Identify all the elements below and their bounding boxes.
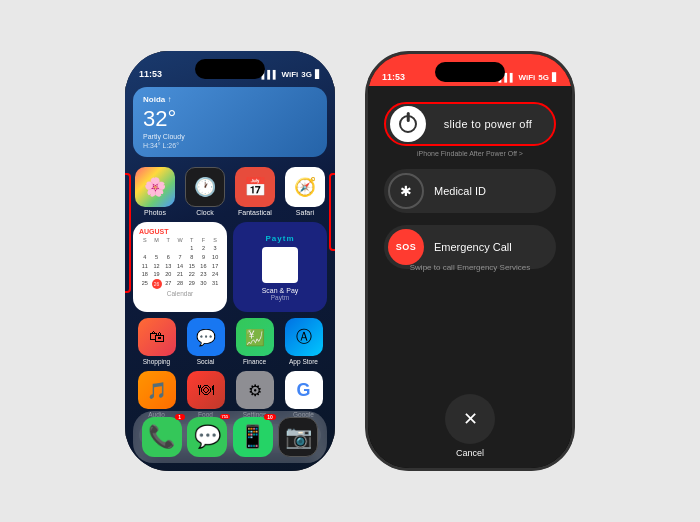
google-icon: G — [285, 371, 323, 409]
dynamic-island2 — [435, 62, 505, 82]
appstore-app[interactable]: Ⓐ App Store — [282, 318, 325, 365]
swipe-hint: Swipe to call Emergency Services — [384, 263, 556, 272]
poweroff-content: slide to power off iPhone Findable After… — [368, 86, 572, 468]
messages-badge: 755 — [220, 414, 231, 419]
appstore-label: App Store — [282, 358, 325, 365]
calendar-month: AUGUST — [139, 228, 221, 235]
safari-label: Safari — [283, 209, 327, 216]
finance-icon: 💹 — [236, 318, 274, 356]
whatsapp-dock-icon: 📱 — [239, 424, 266, 450]
messages-dock-icon: 💬 — [194, 424, 221, 450]
photos-label: Photos — [133, 209, 177, 216]
paytm-label: Paytm — [271, 294, 289, 301]
weather-widget[interactable]: Noida ↑ 32° Partly Cloudy H:34° L:26° — [133, 87, 327, 157]
fantastical-label: Fantastical — [233, 209, 277, 216]
sos-container: SOS Emergency Call Swipe to call Emergen… — [384, 225, 556, 272]
settings-icon: ⚙ — [236, 371, 274, 409]
shopping-label: Shopping — [135, 358, 178, 365]
battery-icon2: ▋ — [552, 73, 558, 82]
cancel-container: ✕ Cancel — [445, 390, 495, 458]
fantastical-app[interactable]: 📅 Fantastical — [233, 167, 277, 216]
phone1-homescreen: 11:53 ▌▌▌ WiFi 3G ▋ Noida ↑ 32° Partly C… — [125, 51, 335, 471]
widgets-area: Noida ↑ 32° Partly Cloudy H:34° L:26° 🌸 … — [133, 87, 327, 452]
shopping-icon: 🛍 — [138, 318, 176, 356]
calendar-body: 123 45678910 11121314151617 181920212223… — [139, 244, 221, 289]
medical-label: Medical ID — [434, 185, 486, 197]
photos-app[interactable]: 🌸 Photos — [133, 167, 177, 216]
power-slider[interactable]: slide to power off — [384, 102, 556, 146]
messages-dock-app[interactable]: 💬 755 — [187, 417, 227, 457]
findable-text: iPhone Findable After Power Off > — [417, 150, 523, 157]
paytm-widget[interactable]: Paytm ⊞ Scan & Pay Paytm — [233, 222, 327, 312]
wifi-icon2: WiFi — [519, 73, 536, 82]
paytm-brand: Paytm — [265, 234, 294, 243]
clock-icon: 🕐 — [185, 167, 225, 207]
dock: 📞 1 💬 755 📱 10 📷 — [133, 411, 327, 463]
power-slider-container: slide to power off — [384, 102, 556, 146]
social-icon: 💬 — [187, 318, 225, 356]
phone-badge: 1 — [175, 414, 185, 420]
top-apps-row: Noida ↑ 32° Partly Cloudy H:34° L:26° — [133, 87, 327, 163]
clock-app[interactable]: 🕐 Clock — [183, 167, 227, 216]
calendar-header: SMTWTFS — [139, 237, 221, 243]
cancel-button[interactable]: ✕ — [445, 394, 495, 444]
camera-dock-app[interactable]: 📷 — [278, 417, 318, 457]
medical-id-slider[interactable]: ✱ Medical ID — [384, 169, 556, 213]
finance-label: Finance — [233, 358, 276, 365]
medical-symbol: ✱ — [400, 183, 412, 199]
shopping-app[interactable]: 🛍 Shopping — [135, 318, 178, 365]
battery-icon: ▋ — [315, 70, 321, 79]
paytm-action: Scan & Pay — [262, 287, 299, 294]
calendar-widget[interactable]: AUGUST SMTWTFS 123 45678910 111213141516… — [133, 222, 227, 312]
social-label: Social — [184, 358, 227, 365]
slide-text: slide to power off — [426, 118, 550, 130]
fantastical-icon: 📅 — [235, 167, 275, 207]
medical-icon: ✱ — [388, 173, 424, 209]
calendar-label: Calendar — [139, 290, 221, 297]
weather-temp: 32° — [143, 106, 317, 132]
clock-label: Clock — [183, 209, 227, 216]
paytm-qr-icon: ⊞ — [262, 247, 298, 283]
photos-clock-row: 🌸 Photos 🕐 Clock 📅 Fantastical 🧭 Safari — [133, 167, 327, 216]
status-icons2: ▌▌▌ WiFi 5G ▋ — [499, 73, 559, 82]
food-icon: 🍽 — [187, 371, 225, 409]
cancel-icon: ✕ — [463, 410, 478, 428]
calendar-paytm-row: AUGUST SMTWTFS 123 45678910 111213141516… — [133, 222, 327, 312]
photos-icon: 🌸 — [135, 167, 175, 207]
phone-dock-app[interactable]: 📞 1 — [142, 417, 182, 457]
network-icon2: 5G — [538, 73, 549, 82]
wifi-icon: WiFi — [282, 70, 299, 79]
cancel-label: Cancel — [456, 448, 484, 458]
sos-text: SOS — [396, 242, 417, 252]
weather-condition: Partly Cloudy — [143, 133, 317, 140]
phone-dock-icon: 📞 — [148, 424, 175, 450]
whatsapp-badge: 10 — [264, 414, 276, 420]
time-display2: 11:53 — [382, 72, 405, 82]
safari-icon: 🧭 — [285, 167, 325, 207]
camera-dock-icon: 📷 — [285, 424, 312, 450]
weather-range: H:34° L:26° — [143, 142, 317, 149]
whatsapp-dock-app[interactable]: 📱 10 — [233, 417, 273, 457]
dynamic-island — [195, 59, 265, 79]
social-app[interactable]: 💬 Social — [184, 318, 227, 365]
audio-icon: 🎵 — [138, 371, 176, 409]
appstore-icon: Ⓐ — [285, 318, 323, 356]
weather-location: Noida ↑ — [143, 95, 317, 104]
phone2-poweroff: 11:53 ▌▌▌ WiFi 5G ▋ slide to power off i… — [365, 51, 575, 471]
time-display: 11:53 — [139, 69, 162, 79]
finance-app[interactable]: 💹 Finance — [233, 318, 276, 365]
safari-app[interactable]: 🧭 Safari — [283, 167, 327, 216]
status-icons: ▌▌▌ WiFi 3G ▋ — [262, 70, 322, 79]
sos-label: Emergency Call — [434, 241, 512, 253]
sos-icon: SOS — [388, 229, 424, 265]
network-icon: 3G — [301, 70, 312, 79]
power-handle — [390, 106, 426, 142]
power-icon — [399, 115, 417, 133]
app-grid-row1: 🛍 Shopping 💬 Social 💹 Finance Ⓐ App Stor… — [133, 318, 327, 365]
